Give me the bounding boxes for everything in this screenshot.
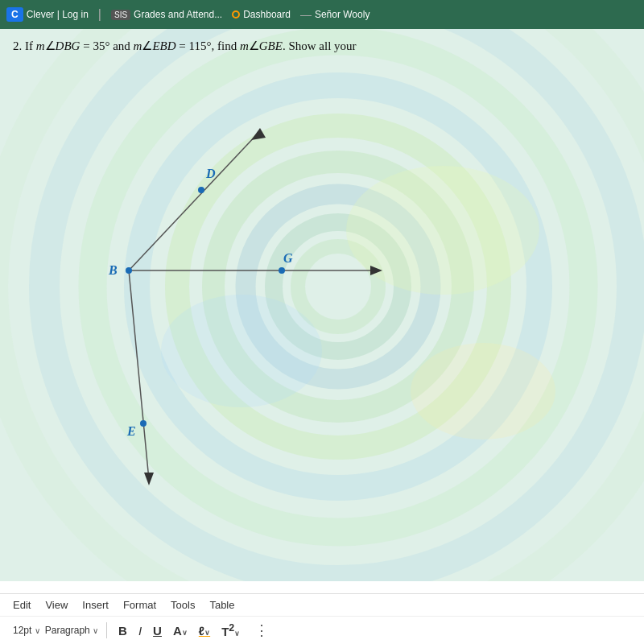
italic-button[interactable]: I — [135, 622, 145, 639]
insert-menu[interactable]: Insert — [82, 599, 109, 611]
sis-label: SIS — [111, 10, 130, 20]
superscript-button[interactable]: T2∨ — [218, 621, 243, 640]
font-size-dropdown[interactable]: 12pt ∨ — [13, 625, 40, 636]
table-menu[interactable]: Table — [209, 599, 234, 611]
senor-arrow-icon: — — [300, 8, 312, 21]
geometry-diagram: B D G E — [32, 85, 435, 520]
sep1: | — [98, 7, 101, 22]
menu-bar: Edit View Insert Format Tools Table — [0, 594, 644, 617]
edit-menu[interactable]: Edit — [13, 599, 31, 611]
svg-point-22 — [140, 420, 147, 427]
dashboard-dot-icon — [232, 10, 240, 19]
dashboard-label[interactable]: Dashboard — [243, 9, 291, 20]
paragraph-value: Paragraph — [45, 625, 90, 636]
dashboard-tab[interactable]: Dashboard — [232, 9, 291, 20]
problem-text: 2. If m∠DBG = 35° and m∠EBD = 115°, find… — [13, 39, 357, 53]
clever-label[interactable]: Clever | Log in — [27, 9, 89, 20]
paragraph-dropdown[interactable]: Paragraph ∨ — [45, 625, 98, 636]
format-bar: 12pt ∨ Paragraph ∨ B I U A∨ ℓ∨ T2∨ ⋮ — [0, 617, 644, 644]
view-menu[interactable]: View — [45, 599, 68, 611]
bold-button[interactable]: B — [115, 622, 130, 639]
senor-tab[interactable]: — Señor Wooly — [300, 8, 369, 21]
tools-menu[interactable]: Tools — [171, 599, 195, 611]
svg-text:D: D — [205, 167, 216, 180]
svg-line-13 — [129, 134, 258, 270]
font-color-button[interactable]: A∨ — [170, 622, 191, 639]
format-divider — [106, 622, 107, 638]
problem-number: 2. — [13, 39, 22, 52]
svg-point-20 — [198, 187, 204, 193]
svg-marker-14 — [251, 128, 266, 140]
senor-label[interactable]: Señor Wooly — [315, 9, 369, 20]
font-size-arrow-icon: ∨ — [35, 626, 40, 635]
svg-marker-18 — [144, 473, 154, 485]
font-size-value: 12pt — [13, 625, 31, 636]
svg-text:B: B — [108, 263, 118, 277]
svg-line-17 — [129, 270, 149, 480]
more-options-button[interactable]: ⋮ — [254, 621, 269, 639]
clever-tab[interactable]: C Clever | Log in — [6, 7, 89, 22]
main-content: 2. If m∠DBG = 35° and m∠EBD = 115°, find… — [0, 29, 644, 581]
sis-tab[interactable]: SIS Grades and Attend... — [111, 9, 222, 20]
svg-point-19 — [126, 267, 132, 274]
svg-text:E: E — [126, 424, 136, 438]
tab-bar: C Clever | Log in | SIS Grades and Atten… — [0, 0, 644, 29]
svg-text:G: G — [283, 251, 293, 265]
svg-point-21 — [279, 267, 285, 274]
clever-icon: C — [6, 7, 23, 22]
highlight-button[interactable]: ℓ∨ — [196, 622, 213, 639]
paragraph-arrow-icon: ∨ — [93, 626, 98, 635]
format-menu[interactable]: Format — [123, 599, 156, 611]
problem-statement: If m∠DBG = 35° and m∠EBD = 115°, find m∠… — [25, 39, 357, 52]
underline-button[interactable]: U — [150, 622, 165, 639]
svg-marker-16 — [370, 266, 382, 275]
toolbar-area: Edit View Insert Format Tools Table 12pt… — [0, 593, 644, 644]
grades-label[interactable]: Grades and Attend... — [134, 9, 222, 20]
